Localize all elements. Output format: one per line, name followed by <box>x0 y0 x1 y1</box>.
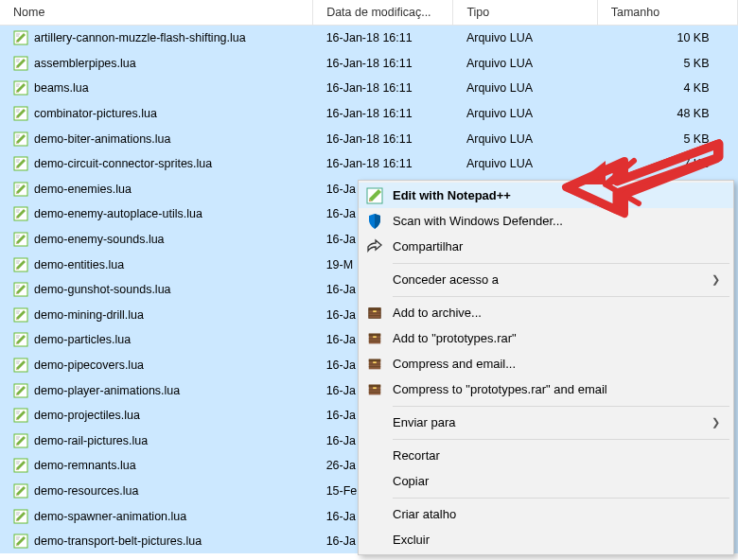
lua-file-icon <box>13 56 28 71</box>
menu-add-to-rar[interactable]: Add to "prototypes.rar" <box>359 325 733 351</box>
lua-file-icon <box>13 257 28 272</box>
menu-recortar[interactable]: Recortar <box>359 443 733 468</box>
context-menu: Edit with Notepad++ Scan with Windows De… <box>358 180 734 555</box>
column-header-row: Nome Data de modificaç... Tipo Tamanho <box>0 0 738 26</box>
table-row[interactable]: demo-circuit-connector-sprites.lua16-Jan… <box>0 151 738 177</box>
file-name: beams.lua <box>34 81 89 95</box>
file-date: 16-Jan-18 16:11 <box>313 101 453 127</box>
file-name: artillery-cannon-muzzle-flash-shifting.l… <box>34 31 246 44</box>
file-size: 10 KB <box>597 26 737 51</box>
file-name: demo-rail-pictures.lua <box>34 434 148 447</box>
lua-file-icon <box>13 30 28 45</box>
table-row[interactable]: combinator-pictures.lua16-Jan-18 16:11Ar… <box>0 101 738 127</box>
menu-label: Compress to "prototypes.rar" and email <box>393 382 720 396</box>
file-size: 5 KB <box>597 126 737 151</box>
file-name: demo-entities.lua <box>34 258 124 271</box>
file-name: assemblerpipes.lua <box>34 57 136 70</box>
file-name: demo-spawner-animation.lua <box>34 510 186 523</box>
blank-icon <box>366 473 383 490</box>
chevron-right-icon: ❯ <box>712 273 720 286</box>
menu-compartilhar[interactable]: Compartilhar <box>359 234 733 259</box>
file-name: demo-remnants.lua <box>34 459 136 472</box>
blank-icon <box>366 414 383 431</box>
lua-file-icon <box>13 232 28 247</box>
menu-label: Copiar <box>393 474 720 488</box>
menu-scan-defender[interactable]: Scan with Windows Defender... <box>359 208 733 234</box>
column-header-date[interactable]: Data de modificaç... <box>313 0 453 26</box>
notepad-icon <box>366 187 383 204</box>
menu-separator <box>393 498 729 499</box>
menu-compress-to-email[interactable]: Compress to "prototypes.rar" and email <box>359 376 733 402</box>
svg-rect-82 <box>369 384 380 387</box>
menu-edit-notepad[interactable]: Edit with Notepad++ <box>359 183 733 208</box>
file-date: 16-Jan-18 16:11 <box>313 126 453 151</box>
archive-icon <box>366 305 383 322</box>
file-name: combinator-pictures.lua <box>34 107 157 120</box>
lua-file-icon <box>13 156 28 171</box>
lua-file-icon <box>13 307 28 323</box>
file-name: demo-pipecovers.lua <box>34 359 144 372</box>
file-type: Arquivo LUA <box>453 101 597 127</box>
file-name: demo-mining-drill.lua <box>34 308 144 322</box>
file-name: demo-transport-belt-pictures.lua <box>34 534 202 548</box>
file-name: demo-projectiles.lua <box>34 409 140 422</box>
file-date: 16-Jan-18 16:11 <box>313 76 453 101</box>
menu-label: Compartilhar <box>393 239 720 254</box>
menu-label: Excluir <box>393 533 720 547</box>
svg-rect-72 <box>369 333 380 336</box>
menu-label: Scan with Windows Defender... <box>393 214 720 228</box>
menu-label: Recortar <box>393 448 720 463</box>
menu-criar-atalho[interactable]: Criar atalho <box>359 501 733 527</box>
table-row[interactable]: artillery-cannon-muzzle-flash-shifting.l… <box>0 26 738 51</box>
file-name: demo-enemies.lua <box>34 183 132 196</box>
menu-conceder-acesso[interactable]: Conceder acesso a ❯ <box>359 267 733 292</box>
menu-label: Edit with Notepad++ <box>393 188 720 202</box>
lua-file-icon <box>13 206 28 221</box>
file-name: demo-biter-animations.lua <box>34 132 171 146</box>
column-header-size[interactable]: Tamanho <box>597 0 737 26</box>
table-row[interactable]: demo-biter-animations.lua16-Jan-18 16:11… <box>0 126 738 151</box>
file-date: 16-Jan-18 16:11 <box>313 151 453 177</box>
lua-file-icon <box>13 433 28 448</box>
share-icon <box>366 238 383 255</box>
table-row[interactable]: beams.lua16-Jan-18 16:11Arquivo LUA4 KB <box>0 76 738 101</box>
menu-label: Enviar para <box>393 415 702 429</box>
blank-icon <box>366 447 383 464</box>
menu-label: Add to archive... <box>393 306 720 320</box>
file-size: 4 KB <box>597 76 737 101</box>
menu-label: Add to "prototypes.rar" <box>393 331 720 345</box>
table-row[interactable]: assemblerpipes.lua16-Jan-18 16:11Arquivo… <box>0 51 738 77</box>
lua-file-icon <box>13 282 28 297</box>
svg-rect-73 <box>373 336 377 338</box>
lua-file-icon <box>13 106 28 121</box>
file-name: demo-resources.lua <box>34 484 138 498</box>
svg-rect-78 <box>373 361 377 363</box>
menu-enviar-para[interactable]: Enviar para ❯ <box>359 410 733 435</box>
lua-file-icon <box>13 332 28 347</box>
file-type: Arquivo LUA <box>453 51 597 77</box>
lua-file-icon <box>13 131 28 147</box>
file-size: 5 KB <box>597 51 737 77</box>
file-type: Arquivo LUA <box>453 151 597 177</box>
menu-label: Compress and email... <box>393 357 720 371</box>
menu-copiar[interactable]: Copiar <box>359 468 733 494</box>
menu-add-archive[interactable]: Add to archive... <box>359 300 733 325</box>
lua-file-icon <box>13 509 28 524</box>
lua-file-icon <box>13 534 28 549</box>
lua-file-icon <box>13 182 28 197</box>
menu-compress-email[interactable]: Compress and email... <box>359 351 733 376</box>
menu-separator <box>393 296 729 297</box>
archive-icon <box>366 381 383 398</box>
menu-label: Criar atalho <box>393 507 720 521</box>
menu-excluir[interactable]: Excluir <box>359 527 733 552</box>
menu-separator <box>393 406 729 407</box>
column-header-nome[interactable]: Nome <box>0 0 313 26</box>
archive-icon <box>366 330 383 347</box>
blank-icon <box>366 506 383 523</box>
lua-file-icon <box>13 458 28 473</box>
svg-rect-77 <box>369 359 380 361</box>
column-header-tipo[interactable]: Tipo <box>453 0 597 26</box>
chevron-right-icon: ❯ <box>712 416 720 429</box>
file-size: 48 KB <box>597 101 737 127</box>
menu-label: Conceder acesso a <box>393 272 702 287</box>
